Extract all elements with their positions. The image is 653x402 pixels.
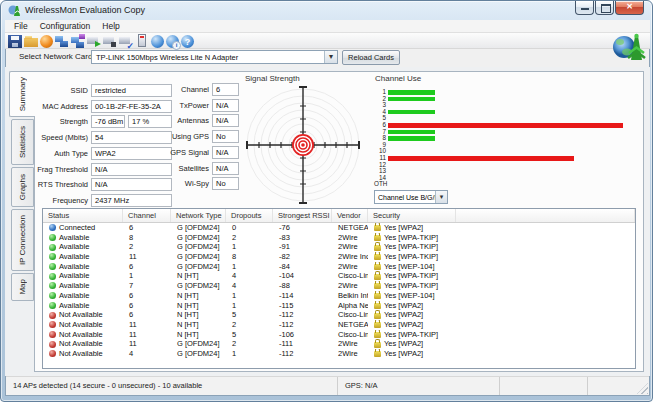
- menu-configuration[interactable]: Configuration: [34, 20, 97, 33]
- speed-mbits-label: Speed (Mbits): [36, 131, 88, 144]
- channel-use-title: Channel Use: [375, 74, 421, 83]
- mac-address-label: MAC Address: [36, 100, 88, 113]
- vendor-cell: NETGEAR...: [332, 223, 368, 233]
- strength-value: -76 dBm: [91, 115, 125, 128]
- menu-help[interactable]: Help: [96, 20, 125, 33]
- table-row[interactable]: Available6N [HT]1-115Alpha Net...Yes [WP…: [43, 301, 635, 311]
- vendor-cell: NETGEAR: [332, 320, 368, 330]
- security-cell: Yes [WPA-TKIP]: [368, 330, 456, 340]
- dropdown-arrow-icon[interactable]: [324, 51, 337, 63]
- status-not-available-icon: [49, 312, 56, 319]
- column-header-filler: [456, 209, 635, 222]
- status-ap-summary: 14 APs detected (14 secure - 0 unsecured…: [6, 377, 338, 395]
- status-label: Not Available: [59, 349, 103, 359]
- network-type-cell: G [OFDM24]: [171, 233, 226, 243]
- strongest-rssi-cell: -76: [273, 223, 332, 233]
- dropouts-cell: 2: [226, 339, 273, 349]
- channel-label: OTH: [374, 181, 386, 188]
- tab-statistics[interactable]: Statistics: [11, 119, 34, 165]
- table-row[interactable]: Available1N [HT]4-104Cisco-Link...Yes [W…: [43, 271, 635, 281]
- channel-row-9: 9: [374, 142, 636, 149]
- channel-cell: 6: [123, 291, 171, 301]
- security-label: Yes [WPA-TKIP]: [384, 281, 438, 291]
- strongest-rssi-cell: -104: [273, 271, 332, 281]
- channel-use-select[interactable]: Channel Use B/G/N: [374, 190, 448, 204]
- table-row[interactable]: Available7G [OFDM24]4-882WireYes [WPA-TK…: [43, 281, 635, 291]
- table-row[interactable]: Available2G [OFDM24]1-912WireYes [WPA-TK…: [43, 242, 635, 252]
- lock-icon: [374, 274, 381, 280]
- dropdown-arrow-icon[interactable]: [435, 191, 447, 203]
- network-card-select[interactable]: TP-LINK 150Mbps Wireless Lite N Adapter: [91, 50, 338, 64]
- strongest-rssi-cell: -106: [273, 330, 332, 340]
- column-header-security[interactable]: Security: [368, 209, 456, 222]
- record-icon[interactable]: [40, 35, 53, 48]
- security-cell: Yes [WPA2]: [368, 320, 456, 330]
- table-row[interactable]: Not Available11N [HT]5-106Cisco-Link...Y…: [43, 330, 635, 340]
- close-button[interactable]: [615, 1, 644, 15]
- table-row[interactable]: Not Available11N [HT]2-112NETGEARYes [WP…: [43, 320, 635, 330]
- column-header-dropouts[interactable]: Dropouts: [226, 209, 273, 222]
- adapter-verify-icon[interactable]: [119, 34, 133, 48]
- device-icon[interactable]: [135, 34, 149, 48]
- table-row[interactable]: Connected6G [OFDM24]0-76NETGEAR...Yes [W…: [43, 223, 635, 233]
- vendor-cell: Cisco-Link...: [332, 330, 368, 340]
- filler-cell: [456, 310, 635, 320]
- table-row[interactable]: Not Available4G [OFDM24]1-1122WireYes [W…: [43, 349, 635, 359]
- table-body: Connected6G [OFDM24]0-76NETGEAR...Yes [W…: [43, 223, 635, 359]
- column-header-strongest-rssi[interactable]: Strongest RSSI: [273, 209, 332, 222]
- vendor-cell: 2Wire: [332, 233, 368, 243]
- adapter-disconnect-icon[interactable]: [103, 34, 117, 48]
- window-title: WirelessMon Evaluation Copy: [25, 1, 145, 20]
- filler-cell: [456, 281, 635, 291]
- minimize-button[interactable]: [575, 1, 594, 15]
- globe-icon[interactable]: [151, 35, 164, 48]
- tab-label: Map: [18, 279, 27, 295]
- column-header-network-type[interactable]: Network Type: [171, 209, 226, 222]
- rts-threshold-label: RTS Threshold: [36, 178, 88, 191]
- title-bar[interactable]: WirelessMon Evaluation Copy: [1, 1, 652, 20]
- table-row[interactable]: Available6N [HT]1-114Belkin Inter...Yes …: [43, 291, 635, 301]
- tab-map[interactable]: Map: [11, 273, 34, 301]
- status-available-icon: [49, 302, 56, 309]
- network-type-cell: G [OFDM24]: [171, 262, 226, 272]
- table-row[interactable]: Available8G [OFDM24]2-832WireYes [WPA-TK…: [43, 233, 635, 243]
- ssid-label: SSID: [36, 84, 88, 97]
- table-row[interactable]: Not Available6N [HT]5-112Cisco-Link...Ye…: [43, 310, 635, 320]
- save-icon[interactable]: [8, 34, 22, 48]
- column-header-vendor[interactable]: Vendor: [332, 209, 368, 222]
- dropouts-cell: 1: [226, 242, 273, 252]
- wi-spy-value: No: [212, 177, 239, 190]
- table-row[interactable]: Available11G [OFDM24]8-822Wire Inc.Yes […: [43, 252, 635, 262]
- security-cell: Yes [WPA2]: [368, 223, 456, 233]
- open-icon[interactable]: [24, 34, 38, 48]
- menu-file[interactable]: File: [8, 20, 34, 33]
- status-segment: [588, 377, 649, 395]
- network-activity-icon[interactable]: [71, 34, 85, 48]
- adapter-connect-icon[interactable]: [87, 34, 101, 48]
- security-label: Yes [WPA-TKIP]: [384, 233, 438, 243]
- table-row[interactable]: Available6G [OFDM24]1-842WireYes [WEP-10…: [43, 262, 635, 272]
- maximize-button[interactable]: [595, 1, 614, 15]
- tab-summary[interactable]: Summary: [9, 71, 35, 117]
- tab-ip-connection[interactable]: IP Connection: [11, 209, 34, 271]
- help-icon[interactable]: [181, 35, 194, 48]
- status-available-icon: [49, 234, 56, 241]
- column-header-channel[interactable]: Channel: [123, 209, 171, 222]
- channel-row-2: 2: [374, 96, 636, 103]
- lock-icon: [374, 322, 381, 328]
- table-row[interactable]: Not Available11G [OFDM24]2-1112WireYes […: [43, 339, 635, 349]
- reload-cards-button[interactable]: Reload Cards: [342, 50, 400, 65]
- channel-cell: 4: [123, 349, 171, 359]
- filler-cell: [456, 242, 635, 252]
- strongest-rssi-cell: -115: [273, 301, 332, 311]
- strongest-rssi-cell: -111: [273, 339, 332, 349]
- table-header[interactable]: StatusChannelNetwork TypeDropoutsStronge…: [43, 209, 635, 223]
- resize-grip[interactable]: [637, 383, 648, 394]
- tab-graphs[interactable]: Graphs: [11, 167, 34, 207]
- network-icon[interactable]: [55, 34, 69, 48]
- column-header-status[interactable]: Status: [43, 209, 123, 222]
- web-info-icon[interactable]: [166, 35, 179, 48]
- status-label: Not Available: [59, 310, 103, 320]
- channel-cell: 2: [123, 242, 171, 252]
- access-point-table[interactable]: StatusChannelNetwork TypeDropoutsStronge…: [42, 208, 636, 369]
